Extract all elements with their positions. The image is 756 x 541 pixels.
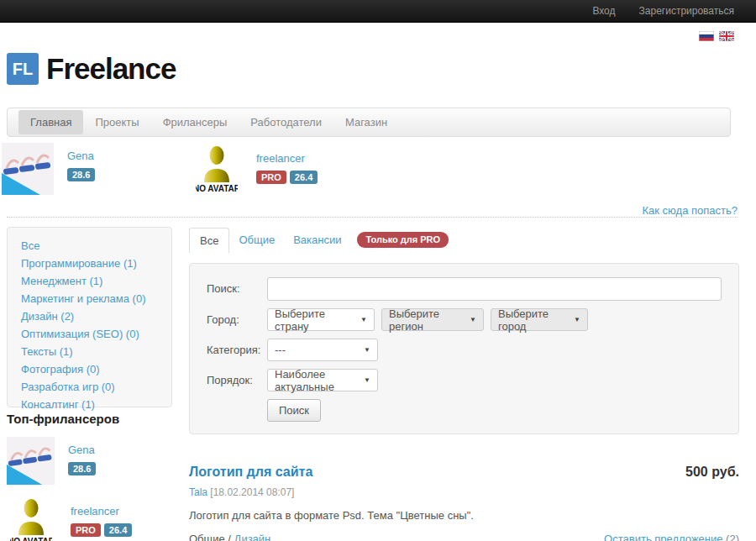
- tab-vacancies[interactable]: Вакансии: [284, 228, 350, 252]
- tab-all[interactable]: Все: [189, 228, 229, 253]
- sidebar-item-gamedev[interactable]: Разработка игр (0): [8, 378, 171, 396]
- city-label: Город:: [207, 308, 267, 331]
- logo-icon: FL: [7, 53, 39, 85]
- russian-flag-icon[interactable]: [699, 31, 714, 41]
- sidebar-item-photography[interactable]: Фотография (0): [8, 360, 171, 378]
- no-avatar-image: NO AVATAR: [10, 498, 52, 541]
- featured-user-card[interactable]: Gena 28.6: [2, 143, 95, 195]
- project-tabs: Все Общие Вакансии Только для PRO: [189, 227, 739, 253]
- user-name-link[interactable]: Gena: [68, 444, 96, 456]
- order-select-value: Наиболее актуальные: [275, 368, 357, 393]
- no-avatar-image: NO AVATAR: [196, 145, 238, 194]
- project-category-root: Общие: [189, 533, 225, 541]
- sidebar-item-management[interactable]: Менеджмент (1): [8, 272, 171, 290]
- leave-offer-link[interactable]: Оставить предложение: [604, 533, 722, 541]
- sidebar-item-marketing[interactable]: Маркетинг и реклама (0): [8, 290, 171, 307]
- chevron-down-icon: ▼: [360, 316, 367, 323]
- top-freelancer-card[interactable]: NO AVATAR freelancer PRO 26.4: [7, 498, 183, 541]
- user-name-link[interactable]: Gena: [67, 150, 95, 162]
- chevron-down-icon: ▼: [364, 376, 370, 384]
- featured-users: Gena 28.6 NO AVATAR freelancer PRO 26.4: [0, 143, 756, 197]
- sidebar-item-seo[interactable]: Оптимизация (SEO) (0): [8, 325, 171, 343]
- svg-text:NO AVATAR: NO AVATAR: [196, 184, 238, 193]
- nav-item-home[interactable]: Главная: [18, 110, 83, 134]
- top-freelancer-card[interactable]: Gena 28.6: [7, 437, 183, 485]
- nav-item-freelancers[interactable]: Фрилансеры: [151, 110, 239, 134]
- language-switcher: [699, 31, 734, 41]
- rating-badge: 26.4: [104, 523, 132, 537]
- top-freelancers-title: Топ-фрилансеров: [7, 412, 183, 426]
- country-select[interactable]: Выберите страну ▼: [267, 308, 375, 331]
- offers-count: (2): [726, 533, 739, 541]
- category-separator: /: [225, 533, 234, 541]
- rating-badge: 28.6: [67, 168, 95, 181]
- region-select-value: Выберите регион: [389, 307, 463, 333]
- svg-text:NO AVATAR: NO AVATAR: [10, 537, 52, 541]
- sidebar-item-all[interactable]: Все: [8, 237, 171, 255]
- site-logo[interactable]: FL Freelance: [7, 52, 176, 86]
- project-title-link[interactable]: Логотип для сайта: [189, 465, 312, 480]
- city-select-value: Выберите город: [498, 307, 567, 333]
- user-name-link[interactable]: freelancer: [256, 152, 318, 165]
- order-select[interactable]: Наиболее актуальные ▼: [267, 369, 378, 391]
- category-sidebar: Все Программирование (1) Менеджмент (1) …: [7, 227, 172, 407]
- nav-item-projects[interactable]: Проекты: [83, 110, 150, 134]
- english-flag-icon[interactable]: [719, 31, 734, 41]
- category-select[interactable]: --- ▼: [267, 339, 378, 361]
- pro-badge: PRO: [256, 171, 286, 184]
- user-avatar-image: [2, 143, 54, 195]
- main-content: Все Общие Вакансии Только для PRO Поиск:…: [189, 227, 739, 541]
- search-submit-button[interactable]: Поиск: [267, 399, 321, 422]
- chevron-down-icon: ▼: [470, 316, 476, 323]
- sidebar-item-consulting[interactable]: Консалтинг (1): [8, 396, 171, 413]
- pro-badge: PRO: [71, 523, 101, 537]
- sidebar-item-design[interactable]: Дизайн (2): [8, 307, 171, 325]
- tab-general[interactable]: Общие: [229, 228, 284, 252]
- nav-item-employers[interactable]: Работодатели: [239, 110, 333, 134]
- project-list-item: Логотип для сайта 500 руб. Tala [18.02.2…: [189, 465, 739, 541]
- topbar: Вход Зарегистрироваться: [0, 0, 756, 23]
- how-to-get-here-link[interactable]: Как сюда попасть?: [643, 204, 738, 217]
- main-nav: Главная Проекты Фрилансеры Работодатели …: [7, 108, 731, 137]
- rating-badge: 28.6: [68, 462, 96, 475]
- region-select[interactable]: Выберите регион ▼: [381, 308, 484, 331]
- project-category-link[interactable]: Дизайн: [234, 533, 271, 541]
- sidebar-item-texts[interactable]: Тексты (1): [8, 343, 171, 360]
- country-select-value: Выберите страну: [275, 307, 354, 333]
- search-input[interactable]: [267, 277, 722, 301]
- search-label: Поиск:: [207, 277, 267, 301]
- category-select-value: ---: [275, 344, 286, 356]
- top-freelancers-section: Топ-фрилансеров Gena 28.6 NO AVATAR free…: [7, 412, 183, 541]
- chevron-down-icon: ▼: [364, 346, 370, 354]
- divider: [7, 217, 738, 218]
- register-link[interactable]: Зарегистрироваться: [639, 5, 734, 17]
- search-filter-form: Поиск: Город: Выберите страну ▼ Выберите…: [189, 263, 739, 434]
- nav-item-shop[interactable]: Магазин: [333, 110, 399, 134]
- sidebar-item-programming[interactable]: Программирование (1): [8, 255, 171, 272]
- logo-text: Freelance: [46, 52, 176, 86]
- user-avatar-image: [7, 437, 55, 485]
- order-label: Порядок:: [207, 369, 267, 391]
- rating-badge: 26.4: [290, 171, 318, 184]
- user-name-link[interactable]: freelancer: [71, 505, 132, 517]
- project-date: [18.02.2014 08:07]: [210, 486, 294, 498]
- project-price: 500 руб.: [685, 465, 739, 480]
- project-description: Логотип для сайта в формате Psd. Тема "Ц…: [189, 509, 739, 522]
- login-link[interactable]: Вход: [592, 5, 615, 17]
- project-author-link[interactable]: Tala: [189, 486, 207, 498]
- tab-pro-only[interactable]: Только для PRO: [357, 232, 449, 248]
- category-label: Категория:: [207, 339, 267, 361]
- chevron-down-icon: ▼: [574, 316, 580, 323]
- city-select[interactable]: Выберите город ▼: [491, 308, 588, 331]
- featured-user-card[interactable]: NO AVATAR freelancer PRO 26.4: [196, 145, 318, 194]
